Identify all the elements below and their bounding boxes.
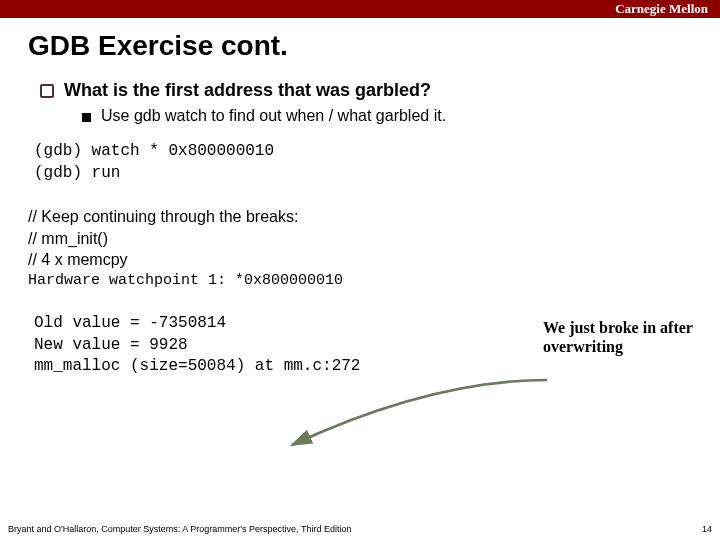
- page-title: GDB Exercise cont.: [28, 30, 720, 62]
- footer: Bryant and O'Hallaron, Computer Systems:…: [8, 524, 712, 534]
- bullet-text: What is the first address that was garbl…: [64, 80, 431, 101]
- code-line: (gdb) watch * 0x800000010: [34, 142, 274, 160]
- comment-line: // 4 x memcpy: [28, 249, 720, 271]
- header-stripe: Carnegie Mellon: [0, 0, 720, 18]
- bullet-level-1: What is the first address that was garbl…: [40, 80, 720, 101]
- gdb-commands-block: (gdb) watch * 0x800000010 (gdb) run: [34, 141, 720, 184]
- code-line: (gdb) run: [34, 164, 120, 182]
- bullet-text: Use gdb watch to find out when / what ga…: [101, 107, 446, 125]
- watchpoint-output: Hardware watchpoint 1: *0x800000010: [28, 271, 720, 291]
- output-line: mm_malloc (size=50084) at mm.c:272: [34, 357, 360, 375]
- comment-line: // mm_init(): [28, 228, 720, 250]
- output-line: New value = 9928: [34, 336, 188, 354]
- arrow-icon: [272, 375, 562, 465]
- comment-block: // Keep continuing through the breaks: /…: [28, 206, 720, 291]
- bullet-mark-icon: [40, 84, 54, 98]
- callout-note: We just broke in after overwriting: [543, 318, 698, 356]
- brand-label: Carnegie Mellon: [615, 0, 708, 18]
- comment-line: // Keep continuing through the breaks:: [28, 206, 720, 228]
- bullet-square-icon: [82, 113, 91, 122]
- footer-citation: Bryant and O'Hallaron, Computer Systems:…: [8, 524, 351, 534]
- output-line: Old value = -7350814: [34, 314, 226, 332]
- bullet-level-2: Use gdb watch to find out when / what ga…: [82, 107, 720, 125]
- page-number: 14: [702, 524, 712, 534]
